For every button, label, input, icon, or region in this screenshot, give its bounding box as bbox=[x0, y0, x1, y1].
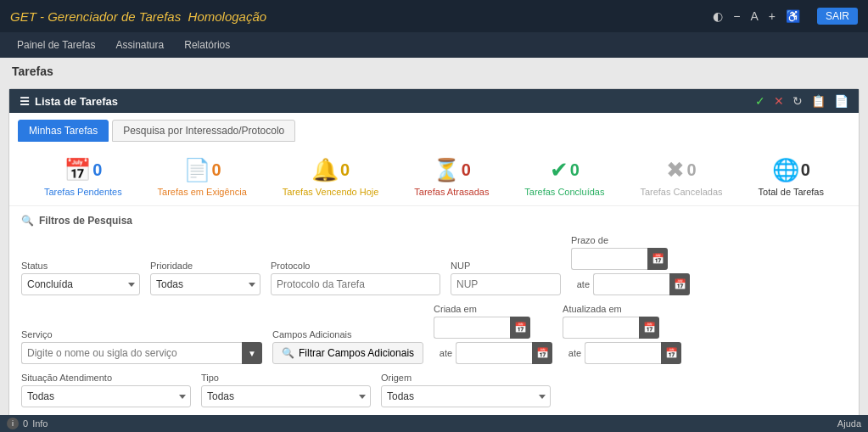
filter-group-atualizada: Atualizada em 04/06/2017 📅 ate 04/07/201… bbox=[563, 304, 681, 364]
copy-icon[interactable]: 📋 bbox=[811, 94, 826, 108]
filter-group-tipo: Tipo Todas bbox=[201, 373, 371, 407]
campos-btn[interactable]: 🔍 Filtrar Campos Adicionais bbox=[272, 342, 423, 364]
exigencia-icon-area: 📄 0 bbox=[183, 157, 221, 183]
atualizada-label: Atualizada em bbox=[563, 304, 681, 314]
filter-group-nup: NUP bbox=[451, 261, 561, 295]
criada-to-wrap: 📅 bbox=[456, 342, 552, 364]
prazo-date-range: 📅 ate 📅 bbox=[571, 248, 690, 295]
search-icon: 🔍 bbox=[21, 215, 34, 227]
bell-icon: 🔔 bbox=[311, 157, 339, 183]
filter-group-origem: Origem Todas bbox=[381, 373, 551, 407]
refresh-icon[interactable]: ↻ bbox=[792, 94, 803, 108]
prazo-to-row: ate 📅 bbox=[571, 273, 690, 295]
atrasadas-icon-area: ⏳ 0 bbox=[433, 157, 471, 183]
hourglass-icon: ⏳ bbox=[433, 157, 460, 183]
atualizada-to-input[interactable]: 04/07/2017 bbox=[585, 342, 661, 364]
contrast-icon[interactable]: ◐ bbox=[713, 9, 723, 23]
tab-pesquisa-interessado[interactable]: Pesquisa por Interessado/Protocolo bbox=[112, 120, 295, 142]
total-label: Total de Tarefas bbox=[759, 187, 824, 197]
filter-section: 🔍 Filtros de Pesquisa Status Concluída T… bbox=[9, 206, 859, 424]
origem-label: Origem bbox=[381, 373, 551, 383]
app-subtitle: Homologação bbox=[188, 9, 267, 24]
globe-icon: 🌐 bbox=[772, 157, 799, 183]
tipo-select[interactable]: Todas bbox=[201, 385, 371, 407]
status-left: i 0 Info bbox=[7, 418, 48, 429]
criada-from-wrap: 📅 bbox=[434, 317, 530, 339]
ajuda-label: Ajuda bbox=[837, 418, 861, 429]
exigencia-count: 0 bbox=[212, 160, 221, 180]
prazo-from-row: 📅 bbox=[571, 248, 690, 270]
canceladas-icon-area: ✖ 0 bbox=[666, 157, 696, 183]
criada-from-cal-btn[interactable]: 📅 bbox=[510, 317, 530, 339]
filter-group-prioridade: Prioridade Todas Alta Média Baixa bbox=[150, 261, 260, 295]
page-title: Tarefas bbox=[0, 58, 868, 85]
criada-date-range: 📅 ate 📅 bbox=[434, 317, 552, 364]
card-header-actions: ✓ ✕ ↻ 📋 📄 bbox=[755, 94, 848, 108]
nav-item-painel[interactable]: Painel de Tarefas bbox=[8, 36, 104, 54]
stat-total[interactable]: 🌐 0 Total de Tarefas bbox=[759, 157, 824, 197]
tab-row: Minhas Tarefas Pesquisa por Interessado/… bbox=[9, 113, 859, 142]
search-campos-icon: 🔍 bbox=[282, 347, 294, 359]
tab-minhas-tarefas[interactable]: Minhas Tarefas bbox=[18, 120, 109, 142]
info-count: 0 bbox=[23, 418, 28, 429]
prazo-to-cal-btn[interactable]: 📅 bbox=[669, 273, 690, 295]
filter-row-1: Status Concluída Todas Pendente Atrasada… bbox=[21, 235, 847, 295]
stat-vencendo[interactable]: 🔔 0 Tarefas Vencendo Hoje bbox=[283, 157, 379, 197]
situacao-select[interactable]: Todas bbox=[21, 385, 191, 407]
servico-dropdown-btn[interactable]: ▼ bbox=[242, 342, 262, 364]
nav-item-assinatura[interactable]: Assinatura bbox=[108, 36, 173, 54]
filter-group-servico: Serviço ▼ bbox=[21, 329, 262, 364]
increase-font-icon[interactable]: + bbox=[769, 9, 776, 23]
filter-row-3: Situação Atendimento Todas Tipo Todas Or… bbox=[21, 373, 847, 407]
filter-title: 🔍 Filtros de Pesquisa bbox=[21, 215, 847, 227]
font-size-icon[interactable]: A bbox=[750, 9, 758, 23]
export-icon[interactable]: 📄 bbox=[834, 94, 848, 108]
servico-input[interactable] bbox=[21, 342, 242, 364]
app-title: GET - Gerenciador de Tarefas Homologação bbox=[10, 9, 713, 24]
atrasadas-label: Tarefas Atrasadas bbox=[414, 187, 489, 197]
criada-to-row: ate 📅 bbox=[434, 342, 552, 364]
nup-input[interactable] bbox=[451, 273, 561, 295]
x-icon: ✖ bbox=[666, 157, 685, 183]
atualizada-from-cal-btn[interactable]: 📅 bbox=[639, 317, 659, 339]
filter-group-status: Status Concluída Todas Pendente Atrasada… bbox=[21, 261, 140, 295]
close-icon[interactable]: ✕ bbox=[774, 94, 784, 108]
status-label: Status bbox=[21, 261, 140, 271]
situacao-label: Situação Atendimento bbox=[21, 373, 191, 383]
sair-button[interactable]: SAIR bbox=[817, 8, 858, 25]
stat-pendentes[interactable]: 📅 0 Tarefas Pendentes bbox=[44, 157, 122, 197]
criada-to-cal-btn[interactable]: 📅 bbox=[532, 342, 552, 364]
top-bar: GET - Gerenciador de Tarefas Homologação… bbox=[0, 0, 868, 32]
accessibility-icon[interactable]: ♿ bbox=[786, 9, 800, 23]
check-icon[interactable]: ✓ bbox=[755, 94, 765, 108]
ajuda-button[interactable]: Ajuda bbox=[837, 418, 861, 429]
prazo-to-input[interactable] bbox=[593, 273, 669, 295]
stat-concluidas[interactable]: ✔ 0 Tarefas Concluídas bbox=[524, 157, 604, 197]
criada-label: Criada em bbox=[434, 304, 552, 314]
stat-exigencia[interactable]: 📄 0 Tarefas em Exigência bbox=[158, 157, 247, 197]
status-bar: i 0 Info Ajuda bbox=[0, 415, 868, 432]
stat-canceladas[interactable]: ✖ 0 Tarefas Canceladas bbox=[640, 157, 722, 197]
status-select[interactable]: Concluída Todas Pendente Atrasada Cancel… bbox=[21, 273, 140, 295]
protocolo-input[interactable] bbox=[271, 273, 440, 295]
filter-group-prazo: Prazo de 📅 ate 📅 bbox=[571, 235, 690, 295]
atualizada-to-cal-btn[interactable]: 📅 bbox=[661, 342, 681, 364]
prioridade-select[interactable]: Todas Alta Média Baixa bbox=[150, 273, 260, 295]
prazo-from-cal-btn[interactable]: 📅 bbox=[647, 248, 668, 270]
atualizada-from-input[interactable]: 04/06/2017 bbox=[563, 317, 639, 339]
prazo-from-input[interactable] bbox=[571, 248, 647, 270]
campos-label: Campos Adicionais bbox=[272, 329, 423, 339]
check-circle-icon: ✔ bbox=[550, 157, 568, 183]
filter-row-2: Serviço ▼ Campos Adicionais 🔍 Filtrar Ca… bbox=[21, 304, 847, 364]
origem-select[interactable]: Todas bbox=[381, 385, 551, 407]
criada-from-input[interactable] bbox=[434, 317, 510, 339]
stat-atrasadas[interactable]: ⏳ 0 Tarefas Atrasadas bbox=[414, 157, 489, 197]
tipo-label: Tipo bbox=[201, 373, 371, 383]
nav-item-relatorios[interactable]: Relatórios bbox=[176, 36, 238, 54]
main-card: ☰ Lista de Tarefas ✓ ✕ ↻ 📋 📄 Minhas Tare… bbox=[8, 88, 860, 432]
minimize-icon[interactable]: − bbox=[733, 9, 740, 23]
atrasadas-count: 0 bbox=[462, 160, 471, 180]
prioridade-label: Prioridade bbox=[150, 261, 260, 271]
vencendo-count: 0 bbox=[340, 160, 350, 180]
criada-to-input[interactable] bbox=[456, 342, 532, 364]
